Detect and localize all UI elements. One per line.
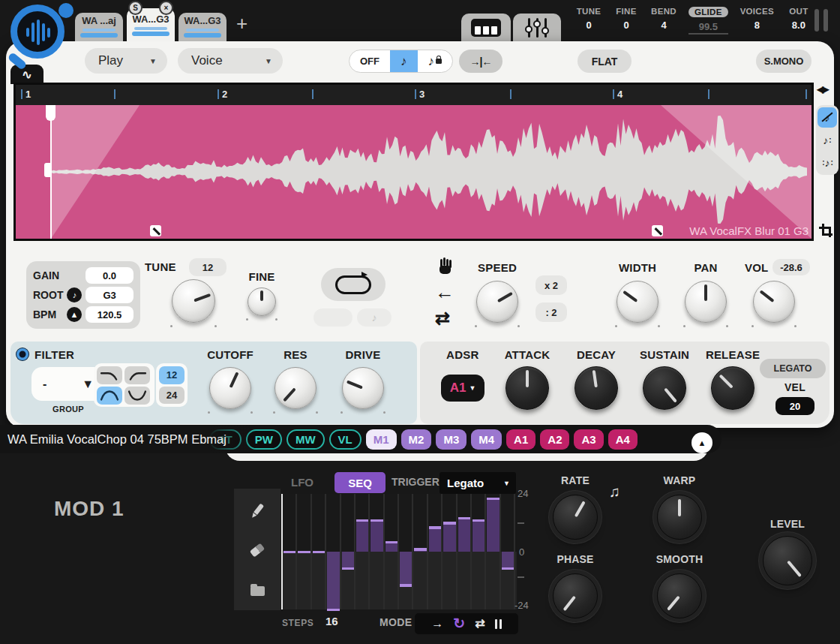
seq-bar[interactable] xyxy=(487,498,499,552)
vel-value[interactable]: 20 xyxy=(776,397,814,415)
seq-bar[interactable] xyxy=(400,552,412,585)
fade-edit-handle[interactable] xyxy=(652,225,663,236)
hand-tool-icon[interactable] xyxy=(439,259,452,274)
badge-m3[interactable]: M3 xyxy=(436,429,466,450)
forward-mode-icon[interactable]: → xyxy=(431,618,443,630)
seq-step-7[interactable] xyxy=(370,494,384,609)
timeline-ruler[interactable]: 1234 xyxy=(16,85,812,105)
tune-value[interactable]: 12 xyxy=(189,258,226,276)
waveform-area[interactable]: WA VocalFX Blur 01 G3 xyxy=(16,105,812,239)
lowpass-filter-button[interactable] xyxy=(97,366,122,384)
cutoff-knob[interactable] xyxy=(209,367,251,409)
loop-mode-icon[interactable]: ↻ xyxy=(453,618,465,630)
tab-seq[interactable]: SEQ xyxy=(334,472,386,493)
drive-knob[interactable] xyxy=(342,367,384,409)
seq-bar[interactable] xyxy=(327,552,339,609)
seq-bar[interactable] xyxy=(443,523,455,552)
resize-grip-icon[interactable] xyxy=(814,9,828,32)
phase-knob[interactable] xyxy=(553,573,598,618)
header-param-glide[interactable]: GLIDE99.5 xyxy=(688,7,728,35)
adsr-preset-dropdown[interactable]: A1▼ xyxy=(441,375,484,402)
smooth-knob[interactable] xyxy=(657,573,702,618)
trigger-mode-dropdown[interactable]: Legato▼ xyxy=(440,472,516,494)
seq-bar[interactable] xyxy=(370,520,382,552)
note-stretch-tool-button[interactable]: :♪: xyxy=(818,152,837,173)
notch-filter-button[interactable] xyxy=(124,387,150,405)
fine-knob[interactable] xyxy=(248,287,276,316)
play-mode-dropdown[interactable]: Play▼ xyxy=(85,48,167,74)
snap-to-zero-button[interactable]: →|← xyxy=(459,50,502,73)
doc-tab-2[interactable]: WA...G3S× xyxy=(127,8,175,41)
legato-button[interactable]: LEGATO xyxy=(760,359,826,378)
highpass-filter-button[interactable] xyxy=(124,366,150,384)
seq-step-13[interactable] xyxy=(458,494,472,609)
badge-a2[interactable]: A2 xyxy=(540,429,569,450)
horizontal-scroll-arrows-icon[interactable]: ◀▶ xyxy=(817,84,827,95)
speed-halve-button[interactable]: : 2 xyxy=(536,302,567,322)
doc-tab-1[interactable]: WA ...aj xyxy=(75,13,123,41)
seq-step-14[interactable] xyxy=(472,494,486,609)
header-param-tune[interactable]: TUNE0 xyxy=(576,7,602,35)
width-knob[interactable] xyxy=(616,281,658,323)
sync-off-button[interactable]: OFF xyxy=(350,50,390,72)
badge-a3[interactable]: A3 xyxy=(574,429,603,450)
tab-close-button[interactable]: × xyxy=(159,1,173,15)
speed-double-button[interactable]: x 2 xyxy=(536,275,567,295)
seq-bar[interactable] xyxy=(429,528,441,552)
level-knob[interactable] xyxy=(763,536,812,585)
note-off-tool-button[interactable]: ♪ xyxy=(818,107,837,128)
gain-value[interactable]: 0.0 xyxy=(86,267,134,284)
note-quantize-tool-button[interactable]: ♪: xyxy=(818,130,837,150)
seq-step-11[interactable] xyxy=(428,494,442,609)
reverse-icon[interactable]: ← xyxy=(435,282,454,302)
pan-knob[interactable] xyxy=(685,281,727,323)
start-marker-top-handle[interactable] xyxy=(46,105,56,121)
seq-bar[interactable] xyxy=(356,520,368,552)
res-knob[interactable] xyxy=(274,367,316,409)
badge-mw[interactable]: MW xyxy=(286,429,325,450)
header-param-out[interactable]: OUT8.0 xyxy=(786,7,812,35)
add-tab-button[interactable]: + xyxy=(230,12,250,41)
pencil-tool-button[interactable] xyxy=(234,496,280,526)
collapse-panel-button[interactable]: ▲ xyxy=(692,432,712,453)
slope-12-button[interactable]: 12 xyxy=(159,366,184,384)
tune-knob[interactable] xyxy=(172,279,215,323)
smono-button[interactable]: S.MONO xyxy=(756,50,812,73)
bpm-value[interactable]: 120.5 xyxy=(86,306,134,323)
pingpong-mode-icon[interactable]: ⇄ xyxy=(475,618,484,630)
seq-bar[interactable] xyxy=(458,518,470,552)
filter-enable-toggle[interactable] xyxy=(16,348,28,360)
tab-keyboard-view[interactable] xyxy=(461,14,511,41)
vol-knob[interactable] xyxy=(753,281,795,323)
loop-button[interactable] xyxy=(321,268,386,301)
seq-bar[interactable] xyxy=(342,552,354,568)
steps-value[interactable]: 16 xyxy=(326,615,338,627)
slope-24-button[interactable]: 24 xyxy=(159,387,184,405)
seq-step-12[interactable] xyxy=(442,494,457,609)
root-value[interactable]: G3 xyxy=(86,287,134,303)
clef-icon[interactable]: ♪ xyxy=(67,287,82,302)
step-sequencer-grid[interactable] xyxy=(281,494,515,609)
release-knob[interactable] xyxy=(711,366,754,410)
doc-tab-3[interactable]: WA...G3 xyxy=(178,13,226,41)
header-param-voices[interactable]: VOICES8 xyxy=(740,7,774,35)
badge-m2[interactable]: M2 xyxy=(401,429,432,450)
eraser-tool-button[interactable] xyxy=(234,535,280,565)
sustain-knob[interactable] xyxy=(643,366,686,410)
badge-m1[interactable]: M1 xyxy=(366,429,397,450)
seq-bar[interactable] xyxy=(502,552,514,568)
loop-note-button[interactable]: ♪ xyxy=(357,308,392,327)
loop-sub-button[interactable] xyxy=(314,308,352,327)
fade-edit-handle[interactable] xyxy=(150,225,161,236)
decay-knob[interactable] xyxy=(574,366,618,410)
seq-step-10[interactable] xyxy=(413,494,428,609)
badge-a1[interactable]: A1 xyxy=(506,429,536,450)
warp-knob[interactable] xyxy=(657,495,702,540)
hold-mode-icon[interactable] xyxy=(495,619,502,629)
seq-step-6[interactable] xyxy=(356,494,370,609)
waveform-display[interactable]: 1234 WA VocalFX Blur 01 G3 xyxy=(14,83,814,241)
seq-step-8[interactable] xyxy=(385,494,399,609)
attack-knob[interactable] xyxy=(506,366,549,410)
crop-icon[interactable] xyxy=(819,224,834,239)
tab-lfo[interactable]: LFO xyxy=(291,476,314,489)
